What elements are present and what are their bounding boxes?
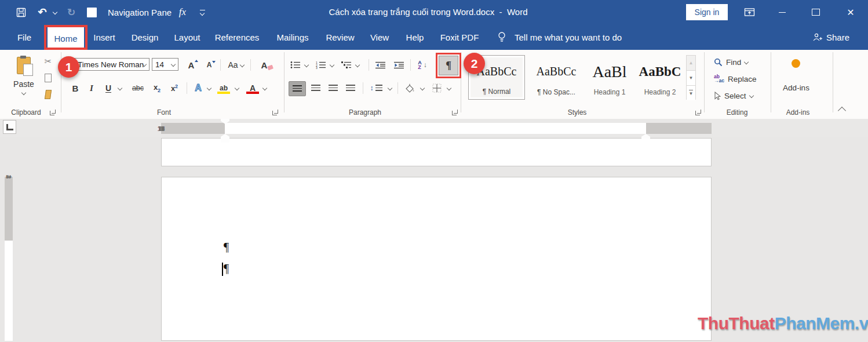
underline-dropdown[interactable]	[116, 81, 124, 95]
find-button[interactable]: Find	[714, 56, 748, 68]
sort-button[interactable]: A Z ↓	[414, 58, 431, 72]
right-indent-marker[interactable]	[641, 134, 650, 139]
style-heading-1[interactable]: AaBl Heading 1	[586, 55, 633, 100]
cut-button[interactable]: ✂	[42, 55, 54, 68]
justify-button[interactable]	[343, 81, 358, 95]
format-painter-button[interactable]	[42, 88, 54, 101]
align-left-button[interactable]	[289, 81, 306, 96]
tab-references[interactable]: References	[212, 24, 262, 50]
close-button[interactable]: ✕	[833, 0, 868, 24]
styles-scroll-down-button[interactable]: ▼	[687, 71, 695, 86]
tab-insert[interactable]: Insert	[88, 24, 121, 50]
font-size-combobox[interactable]: 14	[152, 58, 178, 71]
undo-button[interactable]: ↶	[35, 0, 50, 24]
tab-stop-selector[interactable]	[3, 120, 16, 134]
clear-formatting-button[interactable]: A	[255, 58, 273, 72]
font-color-red-bar	[246, 92, 259, 94]
highlight-color-button[interactable]: ab	[216, 81, 232, 95]
save-button[interactable]	[13, 0, 29, 24]
tab-layout[interactable]: Layout	[170, 24, 204, 50]
style-heading-2[interactable]: AaBbC Heading 2	[635, 55, 685, 100]
change-case-button[interactable]: Aa	[225, 58, 247, 72]
chevron-down-icon	[235, 86, 239, 90]
text-effects-dropdown[interactable]	[205, 81, 213, 95]
italic-button[interactable]: I	[86, 81, 97, 95]
tab-file[interactable]: File	[12, 24, 37, 50]
page-2[interactable]	[161, 177, 712, 341]
font-name-combobox[interactable]: Times New Roman	[74, 58, 149, 71]
font-color-dropdown[interactable]	[261, 81, 269, 95]
borders-button[interactable]	[429, 81, 445, 95]
strikethrough-button[interactable]: abc	[129, 81, 147, 95]
font-group-label: Font	[127, 108, 200, 117]
addins-button[interactable]: Add-ins	[773, 83, 819, 92]
vertical-ruler[interactable]: 211234	[5, 177, 13, 341]
tab-home[interactable]: Home	[48, 27, 84, 50]
multilevel-list-dropdown[interactable]	[353, 58, 362, 72]
subscript-button[interactable]: x2	[149, 81, 165, 95]
multilevel-list-button[interactable]	[340, 58, 353, 72]
highlight-color-dropdown[interactable]	[233, 81, 241, 95]
redo-button[interactable]: ↻	[64, 0, 79, 24]
styles-dialog-launcher[interactable]	[695, 109, 702, 115]
increase-indent-button[interactable]	[392, 58, 407, 72]
tab-review[interactable]: Review	[322, 24, 358, 50]
tab-view[interactable]: View	[366, 24, 393, 50]
align-right-button[interactable]	[326, 81, 341, 95]
superscript-button[interactable]: x2	[167, 81, 182, 95]
line-spacing-button[interactable]: ↕	[367, 81, 385, 95]
align-right-icon	[329, 85, 338, 92]
bullets-button[interactable]	[289, 58, 302, 72]
horizontal-ruler[interactable]: 2112345678910111213141516171819	[161, 123, 712, 134]
tab-mailings[interactable]: Mailings	[271, 24, 314, 50]
paste-button[interactable]: Paste	[8, 54, 39, 105]
select-button[interactable]: Select	[714, 89, 753, 102]
replace-button[interactable]: ab →ac Replace	[714, 72, 757, 85]
hanging-indent-marker[interactable]	[221, 134, 229, 139]
ribbon-display-options-button[interactable]	[741, 0, 758, 24]
bullets-dropdown[interactable]	[302, 58, 311, 72]
left-indent-marker[interactable]	[221, 139, 229, 143]
decrease-indent-button[interactable]	[373, 58, 388, 72]
tell-me-box[interactable]: Tell me what you want to do	[515, 24, 622, 50]
paragraph-dialog-launcher[interactable]	[452, 109, 458, 115]
shading-dropdown[interactable]	[418, 81, 426, 95]
tell-me-bulb[interactable]	[495, 24, 509, 50]
clipboard-dialog-launcher[interactable]	[50, 109, 56, 115]
editing-group-label: Editing	[708, 108, 766, 117]
styles-more-button[interactable]: ▼	[687, 86, 695, 100]
navigation-pane-checkbox[interactable]	[87, 0, 97, 24]
styles-scroll-up-button[interactable]: ▲	[687, 56, 695, 71]
tab-help[interactable]: Help	[401, 24, 429, 50]
tab-design[interactable]: Design	[127, 24, 162, 50]
shrink-font-button[interactable]: A	[202, 58, 217, 72]
copy-button[interactable]	[42, 71, 54, 84]
addins-icon[interactable]	[792, 59, 800, 68]
text-effects-button[interactable]: A	[191, 81, 205, 95]
undo-dropdown[interactable]	[51, 0, 59, 24]
numbering-button[interactable]: 123	[314, 58, 328, 72]
underline-button[interactable]: U	[102, 81, 115, 95]
word-window: ↶ ↻ Navigation Pane fx Cách xóa trang tr…	[0, 0, 868, 342]
tab-foxit-pdf[interactable]: Foxit PDF	[436, 24, 483, 50]
sign-in-button[interactable]: Sign in	[686, 4, 728, 20]
line-spacing-dropdown[interactable]	[386, 81, 394, 95]
collapse-ribbon-button[interactable]	[838, 107, 846, 115]
numbering-dropdown[interactable]	[328, 58, 336, 72]
show-hide-pilcrow-button[interactable]: ¶	[439, 56, 458, 75]
font-color-button[interactable]: A	[245, 81, 261, 95]
page-1-bottom[interactable]	[161, 138, 712, 166]
maximize-button[interactable]	[800, 0, 832, 24]
addins-group-label: Add-ins	[773, 108, 823, 117]
share-button[interactable]: Share	[812, 24, 849, 50]
borders-dropdown[interactable]	[445, 81, 453, 95]
bold-button[interactable]: B	[68, 81, 82, 95]
align-center-button[interactable]	[308, 81, 323, 95]
minimize-button[interactable]	[766, 0, 798, 24]
group-separator	[704, 52, 705, 112]
style-no-spacing[interactable]: AaBbCc ¶ No Spac...	[528, 55, 584, 100]
grow-font-button[interactable]: A	[183, 58, 199, 72]
title-bar: ↶ ↻ Navigation Pane fx Cách xóa trang tr…	[0, 0, 868, 24]
font-dialog-launcher[interactable]	[272, 109, 279, 115]
shading-button[interactable]	[401, 81, 418, 95]
